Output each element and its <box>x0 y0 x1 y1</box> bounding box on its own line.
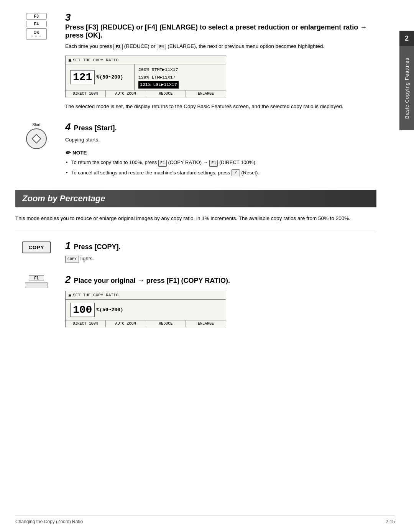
step4-heading: 4 Press [Start]. <box>65 121 376 133</box>
lcd2-ratio-box: 100 %(50~200) <box>66 300 226 320</box>
lcd1-bottom-3: ENLARGE <box>186 90 226 97</box>
section-zoom-intro: This mode enables you to reduce or enlar… <box>15 214 376 223</box>
note-header-text: NOTE <box>72 150 87 156</box>
lcd1-menu-item-0: 200% STMT▶11X17 <box>138 66 179 74</box>
lcd1-ratio-value: 121 <box>70 70 95 84</box>
ok-label: OK <box>30 30 43 34</box>
lcd2-ratio-value: 100 <box>70 303 95 317</box>
chapter-tab-label: Basic Copying Features <box>404 57 410 119</box>
note-item-1: To return the copy ratio to 100%, press … <box>71 159 376 167</box>
note-header: ✏ NOTE <box>65 149 376 156</box>
ok-dots: ○ ○ ○ <box>30 34 43 38</box>
section-header-zoom-title: Zoom by Percentage <box>22 194 105 203</box>
start-label: Start <box>32 123 40 127</box>
f3-inline-label: F3 <box>116 45 120 49</box>
lcd1-ratio-box: 121 %(50~200) <box>66 64 135 90</box>
zoom-step2-section: F1 2 Place your original → press [F1] (C… <box>15 274 376 333</box>
step3-heading-text: Press [F3] (REDUCE) or [F4] (ENLARGE) to… <box>65 23 376 39</box>
copy-key-large: COPY <box>22 241 51 253</box>
lcd2-bottom-2: REDUCE <box>146 320 186 327</box>
copy-key-small-inline: COPY <box>65 256 79 263</box>
step3-section: F3 F4 OK ○ ○ ○ 3 Press [F3] (REDUCE) or … <box>15 11 376 110</box>
chapter-number-text: 2 <box>405 34 409 43</box>
page-container: 2 Basic Copying Features F3 F4 OK ○ ○ ○ <box>0 0 414 532</box>
lcd2-ratio-unit: %(50~200) <box>96 307 123 313</box>
f1-key-body <box>25 282 48 288</box>
lcd1-bottom-bar: DIRECT 100% AUTO ZOOM REDUCE ENLARGE <box>66 90 226 97</box>
step4-heading-text: Press [Start]. <box>74 124 117 132</box>
lcd2-bottom-1: AUTO ZOOM <box>106 320 146 327</box>
lcd-screen-1: ▣ SET THE COPY RATIO 121 %(50~200) 200% … <box>65 56 226 97</box>
lcd1-bottom-2: REDUCE <box>146 90 186 97</box>
chapter-number: 2 <box>399 31 414 46</box>
step4-content: 4 Press [Start]. Copying starts. ✏ NOTE … <box>58 121 376 179</box>
step4-icon-col: Start <box>15 121 58 149</box>
chapter-tab: Basic Copying Features <box>399 46 414 130</box>
ok-key-icon: OK ○ ○ ○ <box>26 28 47 40</box>
step3-number: 3 <box>65 11 71 23</box>
lcd1-menu-highlighted: 121% LGL▶11X17 <box>138 81 179 89</box>
zoom-step1-icon-col: COPY <box>15 240 58 253</box>
zoom-step2-icon-col: F1 <box>15 274 58 288</box>
step3-body-text: Each time you press <box>65 43 112 49</box>
copy-inline-label: COPY <box>67 257 77 261</box>
zoom-step2-heading: 2 Place your original → press [F1] (COPY… <box>65 274 376 286</box>
lcd2-bottom-bar: DIRECT 100% AUTO ZOOM REDUCE ENLARGE <box>66 320 226 327</box>
lcd1-menu-list: 200% STMT▶11X17 129% LTR▶11X17 121% LGL▶… <box>135 64 182 90</box>
zoom-step1-body-text: lights. <box>80 256 94 261</box>
f1-key-box: F1 <box>25 275 48 288</box>
lcd1-ratio-unit: %(50~200) <box>96 74 123 80</box>
step3-result-text: The selected mode is set, the display re… <box>65 103 343 109</box>
step4-body: Copying starts. <box>65 136 376 144</box>
zoom-step1-heading: 1 Press [COPY]. <box>65 240 376 252</box>
zoom-step1-content: 1 Press [COPY]. COPY lights. <box>58 240 376 263</box>
footer-right-text: 2-15 <box>386 519 395 524</box>
step3-icon-col: F3 F4 OK ○ ○ ○ <box>15 11 58 41</box>
section-zoom-intro-text: This mode enables you to reduce or enlar… <box>15 215 350 221</box>
lcd2-bottom-0: DIRECT 100% <box>66 320 106 327</box>
zoom-step1-number: 1 <box>65 240 71 252</box>
lcd-screen-2: ▣ SET THE COPY RATIO 100 %(50~200) DIREC… <box>65 291 226 327</box>
zoom-step1-heading-text: Press [COPY]. <box>74 243 120 251</box>
section-divider <box>15 232 376 232</box>
zoom-step2-content: 2 Place your original → press [F1] (COPY… <box>58 274 376 333</box>
lcd1-bottom-1: AUTO ZOOM <box>106 90 146 97</box>
step4-section: Start 4 Press [Start]. Copying starts. ✏ <box>15 121 376 179</box>
reset-icon: ⁄ <box>232 169 240 176</box>
step3-reduce-text: (REDUCE) or <box>124 43 156 49</box>
start-circle <box>26 128 47 149</box>
note1-f1a-key: F1 <box>158 160 167 167</box>
lcd1-main-row: 121 %(50~200) 200% STMT▶11X17 129% LTR▶1… <box>66 64 226 90</box>
step3-heading: 3 Press [F3] (REDUCE) or [F4] (ENLARGE) … <box>65 11 376 39</box>
lcd1-title-bar: ▣ SET THE COPY RATIO <box>66 56 226 64</box>
note1-f1b-key: F1 <box>209 160 218 167</box>
f4-key-icon: F4 <box>26 21 47 27</box>
f4-inline-label: F4 <box>159 45 164 49</box>
lcd2-title: SET THE COPY RATIO <box>73 293 118 297</box>
zoom-step2-heading-text: Place your original → press [F1] (COPY R… <box>74 277 230 285</box>
lcd2-printer-icon: ▣ <box>69 292 71 298</box>
step3-body: Each time you press F3 (REDUCE) or F4 (E… <box>65 43 376 50</box>
note-section: ✏ NOTE To return the copy ratio to 100%,… <box>65 149 376 177</box>
zoom-step1-body: COPY lights. <box>65 255 376 263</box>
f1-key-label: F1 <box>29 275 44 281</box>
start-button-icon: Start <box>26 123 47 149</box>
start-diamond <box>31 134 41 143</box>
f1-key-text: F1 <box>34 276 39 280</box>
zoom-step1-section: COPY 1 Press [COPY]. COPY lights. <box>15 240 376 263</box>
lcd-printer-icon: ▣ <box>69 57 71 63</box>
page-footer: Changing the Copy (Zoom) Ratio 2-15 <box>15 516 395 524</box>
lcd1-menu-item-1: 129% LTR▶11X17 <box>138 74 179 81</box>
lcd2-main-row: 100 %(50~200) <box>66 300 226 320</box>
lcd2-title-bar: ▣ SET THE COPY RATIO <box>66 291 226 300</box>
f4-label: F4 <box>34 22 39 26</box>
zoom-step2-number: 2 <box>65 274 71 286</box>
footer-left-text: Changing the Copy (Zoom) Ratio <box>15 519 83 524</box>
lcd1-title: SET THE COPY RATIO <box>73 58 118 62</box>
copy-key-label: COPY <box>29 245 44 250</box>
f4-inline-key: F4 <box>157 44 166 50</box>
main-content: F3 F4 OK ○ ○ ○ 3 Press [F3] (REDUCE) or … <box>0 0 399 532</box>
step4-body-text: Copying starts. <box>65 137 100 143</box>
step4-number: 4 <box>65 121 71 133</box>
f3-label: F3 <box>34 14 39 18</box>
